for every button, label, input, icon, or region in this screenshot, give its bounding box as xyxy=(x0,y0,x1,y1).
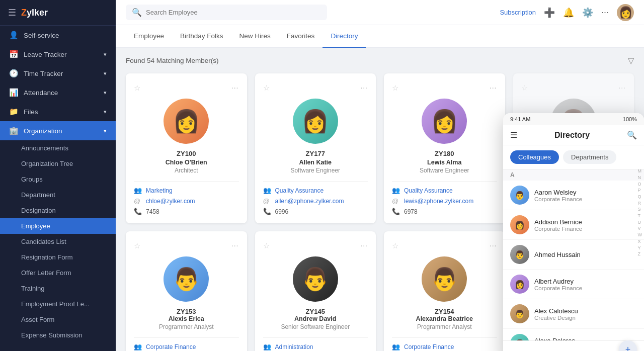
alpha-x[interactable]: X xyxy=(638,238,642,244)
star-icon[interactable]: ☆ xyxy=(263,241,270,250)
sidebar-subitem-expense-submission[interactable]: Expense Submission xyxy=(0,327,116,343)
alpha-t[interactable]: T xyxy=(638,213,642,219)
more-options-icon[interactable]: ··· xyxy=(231,241,239,249)
more-options-icon[interactable]: ··· xyxy=(360,83,368,92)
sidebar-item-organization[interactable]: 🏢 Organization ▾ xyxy=(0,121,116,140)
employee-avatar: 👩 xyxy=(293,99,338,144)
alpha-u[interactable]: U xyxy=(638,219,642,225)
alpha-r[interactable]: R xyxy=(638,200,642,206)
mobile-list-item[interactable]: 👩 Alexa Dolores Corporate Finance xyxy=(503,329,644,340)
hamburger-icon[interactable]: ☰ xyxy=(8,7,16,18)
star-icon[interactable]: ☆ xyxy=(521,83,528,93)
star-icon[interactable]: ☆ xyxy=(134,241,140,250)
star-icon[interactable]: ☆ xyxy=(134,83,140,93)
email-row: @ lewis@zphone.zylker.com xyxy=(392,197,497,205)
email-row: @ allen@zphone.zylker.com xyxy=(263,197,368,205)
mobile-list-item[interactable]: 👨 Aaron Welsley Corporate Finance xyxy=(503,181,644,210)
sidebar-subitem-employee[interactable]: Employee xyxy=(0,218,116,234)
employee-title: Senior Software Engineer xyxy=(263,323,368,330)
contact-dept: Creative Design xyxy=(534,315,578,321)
notification-icon[interactable]: 🔔 xyxy=(563,7,574,18)
dept-link[interactable]: Administration xyxy=(275,343,313,350)
sidebar-subitem-groups[interactable]: Groups xyxy=(0,171,116,187)
phone-row: 📞 6978 xyxy=(392,208,497,215)
mobile-list-item[interactable]: 👨 Ahmed Hussain xyxy=(503,240,644,270)
alpha-n[interactable]: N xyxy=(638,175,642,181)
employee-code: ZY154 xyxy=(392,308,497,315)
dept-link[interactable]: Corporate Finance xyxy=(404,343,454,350)
more-options-icon[interactable]: ··· xyxy=(490,83,497,92)
email-link[interactable]: chloe@zylker.com xyxy=(146,198,195,205)
mobile-search-icon[interactable]: 🔍 xyxy=(627,130,637,140)
sidebar-item-self-service[interactable]: 👤 Self-service xyxy=(0,26,116,45)
tab-directory[interactable]: Directory xyxy=(323,25,366,48)
sidebar-subitem-designation[interactable]: Designation xyxy=(0,203,116,218)
alpha-q[interactable]: Q xyxy=(638,194,642,200)
search-input[interactable] xyxy=(146,9,321,16)
sidebar-subitem-employment-proof[interactable]: Employment Proof Le... xyxy=(0,296,116,312)
phone-text: 6978 xyxy=(404,208,418,215)
search-container[interactable]: 🔍 xyxy=(126,5,327,20)
sidebar-item-attendance[interactable]: 📊 Attendance ▾ xyxy=(0,83,116,102)
dept-link[interactable]: Quality Assurance xyxy=(404,187,453,194)
sidebar-subitem-department[interactable]: Department xyxy=(0,187,116,203)
mobile-list-item[interactable]: 👩 Addison Bernice Corporate Finance xyxy=(503,210,644,240)
mobile-list-item[interactable]: 👩 Albert Audrey Corporate Finance xyxy=(503,270,644,299)
star-icon[interactable]: ☆ xyxy=(263,83,270,93)
employee-fullname: Andrew David xyxy=(263,315,368,322)
phone-icon: 📞 xyxy=(263,208,271,215)
star-icon[interactable]: ☆ xyxy=(392,241,398,250)
sidebar-subitem-asset-form[interactable]: Asset Form xyxy=(0,312,116,327)
contact-avatar: 👩 xyxy=(510,275,529,294)
chevron-up-icon: ▾ xyxy=(104,128,107,134)
mobile-tab-departments[interactable]: Departments xyxy=(563,150,616,164)
dept-link[interactable]: Marketing xyxy=(146,187,173,194)
alpha-z[interactable]: Z xyxy=(638,251,642,257)
alpha-y[interactable]: Y xyxy=(638,245,642,251)
sidebar-subitem-announcements[interactable]: Announcements xyxy=(0,140,116,156)
more-options-icon[interactable]: ··· xyxy=(490,241,497,249)
star-icon[interactable]: ☆ xyxy=(392,83,398,93)
mobile-tab-colleagues[interactable]: Colleagues xyxy=(510,150,559,164)
tab-favorites[interactable]: Favorites xyxy=(279,25,323,48)
employee-info: 👥 Corporate Finance @ alexandra@zphone.z… xyxy=(392,343,497,351)
sidebar-subitem-resignation-form[interactable]: Resignation Form xyxy=(0,249,116,265)
add-icon[interactable]: ➕ xyxy=(544,7,555,18)
sidebar-item-time-tracker[interactable]: 🕐 Time Tracker ▾ xyxy=(0,64,116,83)
more-options-icon[interactable]: ··· xyxy=(618,83,626,92)
avatar[interactable]: 👩 xyxy=(617,4,634,21)
sidebar-item-files[interactable]: 📁 Files ▾ xyxy=(0,102,116,121)
email-link[interactable]: allen@zphone.zylker.com xyxy=(275,198,344,205)
card-header: ☆ ··· xyxy=(521,83,626,93)
sidebar-subitem-organization-tree[interactable]: Organization Tree xyxy=(0,156,116,171)
tab-birthday-folks[interactable]: Birthday Folks xyxy=(172,25,231,48)
more-options-icon[interactable]: ··· xyxy=(360,241,368,249)
more-icon[interactable]: ··· xyxy=(601,7,609,18)
alpha-w[interactable]: W xyxy=(638,232,642,238)
filter-icon[interactable]: ▽ xyxy=(628,56,634,65)
settings-icon[interactable]: ⚙️ xyxy=(582,7,593,18)
dept-link[interactable]: Quality Assurance xyxy=(275,187,324,194)
alpha-s[interactable]: S xyxy=(638,207,642,213)
more-options-icon[interactable]: ··· xyxy=(231,83,239,92)
employee-name: ZY100 xyxy=(134,150,239,157)
dept-row: 👥 Corporate Finance xyxy=(392,343,497,350)
sidebar-subitem-offer-letter-form[interactable]: Offer Letter Form xyxy=(0,265,116,281)
tab-employee[interactable]: Employee xyxy=(126,25,172,48)
subscription-link[interactable]: Subscription xyxy=(500,9,536,16)
tab-new-hires[interactable]: New Hires xyxy=(231,25,279,48)
alpha-v[interactable]: V xyxy=(638,226,642,232)
mobile-list-item[interactable]: 👨 Alex Calotescu Creative Design xyxy=(503,299,644,329)
dept-link[interactable]: Corporate Finance xyxy=(146,343,196,350)
mobile-add-button[interactable]: + xyxy=(619,340,637,351)
contact-avatar: 👨 xyxy=(510,304,529,323)
mobile-menu-icon[interactable]: ☰ xyxy=(510,130,517,140)
sidebar-subitem-training[interactable]: Training xyxy=(0,281,116,296)
sidebar-subitem-candidates-list[interactable]: Candidates List xyxy=(0,234,116,249)
alpha-o[interactable]: O xyxy=(638,181,642,187)
sidebar-item-leave-tracker[interactable]: 📅 Leave Tracker ▾ xyxy=(0,45,116,64)
alpha-m[interactable]: M xyxy=(638,169,642,174)
alpha-p[interactable]: P xyxy=(638,188,642,194)
email-link[interactable]: lewis@zphone.zylker.com xyxy=(404,198,473,205)
employee-card: ☆ ··· 👩 ZY177 Allen Katie Software Engin… xyxy=(255,73,376,223)
